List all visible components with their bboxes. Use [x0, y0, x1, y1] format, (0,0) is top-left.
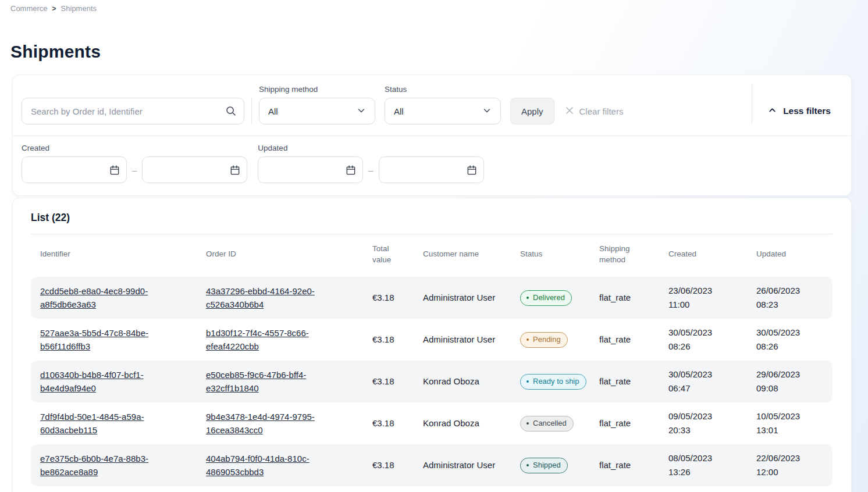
status-badge: Ready to ship [520, 374, 586, 390]
identifier-link[interactable]: 527aae3a-5b5d-47c8-84be-b56f11d6ffb3 [40, 326, 169, 354]
customer-name: Administrator User [414, 291, 511, 304]
shipping-method-select[interactable]: All [259, 98, 375, 124]
table-row: 527aae3a-5b5d-47c8-84be-b56f11d6ffb3 b1d… [31, 319, 833, 361]
created-label: Created [22, 144, 247, 152]
clear-filters-button[interactable]: Clear filters [565, 98, 624, 124]
less-filters-label: Less filters [783, 106, 831, 116]
customer-name: Administrator User [414, 333, 511, 346]
clear-filters-label: Clear filters [579, 106, 624, 116]
table-body: 2cdd5eb8-e8a0-4ec8-99d0-a8f5db6e3a63 43a… [31, 277, 833, 486]
created-from-wrap [22, 156, 127, 183]
list-title: List (22) [31, 212, 833, 224]
chevron-down-icon [356, 105, 367, 117]
customer-name: Administrator User [414, 458, 511, 472]
updated-range-filter: Updated – [258, 144, 483, 183]
less-filters-button[interactable]: Less filters [767, 98, 831, 124]
breadcrumb: Commerce > Shipments [0, 0, 868, 13]
shipping-method-label: Shipping method [259, 85, 375, 94]
search-input[interactable] [22, 98, 244, 124]
shipping-method-filter: Shipping method All [259, 85, 375, 124]
order-id-link[interactable]: 404ab794-f0f0-41da-810c-4869053cbbd3 [206, 452, 335, 479]
page-title: Shipments [10, 40, 868, 64]
status-badge: Shipped [520, 458, 568, 473]
updated-from-wrap [258, 156, 363, 183]
updated-cell: 30/05/202308:26 [747, 326, 834, 354]
table-row: d106340b-b4b8-4f07-bcf1-b4e4d9af94e0 e50… [31, 361, 833, 402]
breadcrumb-separator: > [52, 5, 56, 13]
column-header-total-value: Total value [363, 244, 414, 266]
shipping-method: flat_rate [590, 458, 659, 472]
table-row: e7e375cb-6b0b-4e7a-88b3-be862ace8a89 404… [31, 444, 833, 486]
column-header-shipping-method: Shipping method [590, 244, 659, 266]
range-dash: – [132, 165, 137, 175]
column-header-customer-name: Customer name [414, 249, 511, 260]
identifier-link[interactable]: e7e375cb-6b0b-4e7a-88b3-be862ace8a89 [40, 452, 169, 479]
range-dash: – [368, 165, 373, 175]
column-header-order-id: Order ID [197, 249, 363, 260]
filter-divider [251, 98, 252, 124]
shipping-method: flat_rate [590, 333, 659, 346]
identifier-link[interactable]: d106340b-b4b8-4f07-bcf1-b4e4d9af94e0 [40, 368, 169, 395]
breadcrumb-item-shipments[interactable]: Shipments [61, 4, 97, 13]
calendar-icon [229, 164, 241, 178]
order-id-link[interactable]: b1d30f12-7f4c-4557-8c66-efeaf4220cbb [206, 326, 335, 354]
filter-divider [752, 84, 752, 124]
status-dot-icon [527, 380, 529, 383]
table-row: 2cdd5eb8-e8a0-4ec8-99d0-a8f5db6e3a63 43a… [31, 277, 833, 319]
status-dot-icon [527, 422, 529, 425]
status-label: Cancelled [533, 419, 567, 428]
created-cell: 08/05/202313:26 [659, 451, 747, 479]
status-badge: Pending [520, 332, 568, 348]
column-header-status: Status [511, 249, 590, 260]
total-value: €3.18 [363, 416, 414, 430]
created-range-filter: Created – [22, 144, 247, 183]
calendar-icon [466, 164, 478, 178]
status-select[interactable]: All [385, 98, 501, 124]
status-dot-icon [527, 464, 529, 466]
updated-cell: 29/06/202309:08 [747, 368, 834, 395]
created-cell: 09/05/202320:33 [659, 409, 747, 437]
filters-panel: Shipping method All Status All [12, 74, 852, 196]
created-cell: 30/05/202308:26 [659, 326, 747, 354]
shipments-list-panel: List (22) Identifier Order ID Total valu… [12, 198, 852, 492]
breadcrumb-item-commerce[interactable]: Commerce [10, 4, 48, 13]
status-badge: Delivered [520, 290, 572, 306]
chevron-up-icon [767, 105, 777, 117]
column-header-created: Created [659, 249, 747, 260]
calendar-icon [109, 164, 120, 178]
created-to-wrap [142, 156, 247, 183]
total-value: €3.18 [363, 375, 414, 388]
order-id-link[interactable]: 43a37296-ebbd-4164-92e0-c526a340b6b4 [206, 284, 335, 312]
status-filter: Status All [385, 85, 501, 124]
total-value: €3.18 [363, 291, 414, 304]
shipping-method: flat_rate [590, 416, 659, 430]
table-row: 7df9f4bd-50e1-4845-a59a-60d3acbeb115 9b4… [31, 402, 833, 444]
search-icon [225, 105, 237, 119]
order-id-link[interactable]: 9b4e3478-1e4d-4974-9795-16cea3843cc0 [206, 410, 335, 437]
status-label: Delivered [533, 293, 565, 302]
updated-cell: 26/06/202308:23 [747, 284, 834, 312]
column-header-updated: Updated [747, 249, 834, 260]
created-cell: 30/05/202306:47 [659, 368, 747, 395]
apply-button[interactable]: Apply [510, 98, 554, 124]
status-value: All [394, 106, 404, 116]
updated-cell: 10/05/202313:01 [747, 409, 834, 437]
status-dot-icon [527, 297, 529, 299]
calendar-icon [345, 164, 357, 178]
order-id-link[interactable]: e50ceb85-f9c6-47b6-bff4-e32cff1b1840 [206, 368, 335, 395]
total-value: €3.18 [363, 333, 414, 346]
status-label: Ready to ship [533, 377, 579, 386]
close-icon [565, 106, 574, 117]
chevron-down-icon [482, 105, 492, 117]
total-value: €3.18 [363, 458, 414, 472]
identifier-link[interactable]: 2cdd5eb8-e8a0-4ec8-99d0-a8f5db6e3a63 [40, 284, 169, 312]
shipping-method: flat_rate [590, 375, 659, 388]
status-label: Status [385, 85, 501, 94]
table-header: Identifier Order ID Total value Customer… [31, 234, 833, 277]
updated-to-wrap [379, 156, 484, 183]
status-label: Pending [533, 335, 561, 344]
customer-name: Konrad Oboza [414, 375, 511, 388]
identifier-link[interactable]: 7df9f4bd-50e1-4845-a59a-60d3acbeb115 [40, 410, 169, 437]
updated-label: Updated [258, 144, 483, 152]
updated-cell: 22/06/202312:00 [747, 451, 834, 479]
